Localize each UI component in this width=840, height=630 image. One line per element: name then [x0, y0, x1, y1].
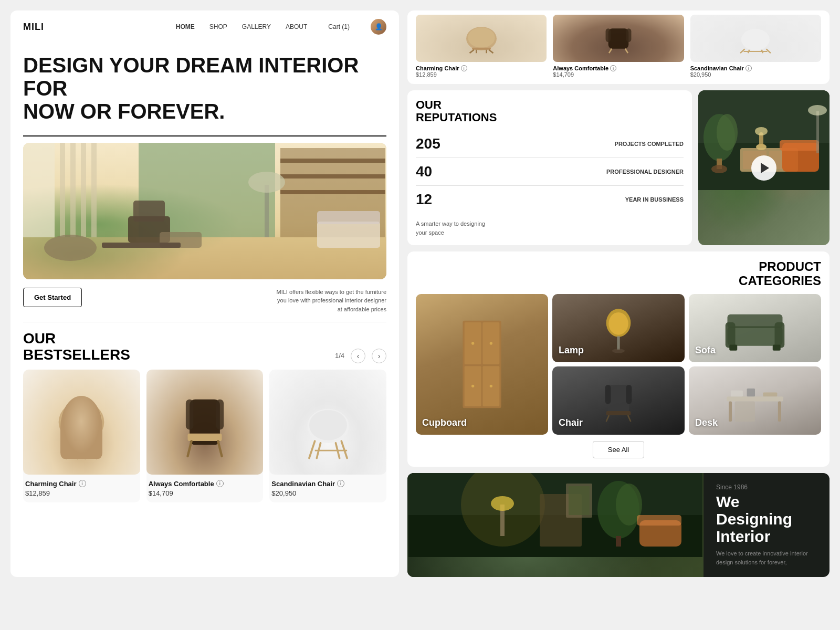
hero-image-inner — [23, 143, 386, 279]
categories-grid: Cupboard Lamp — [416, 294, 821, 435]
bestsellers-nav: 1/4 ‹ › — [335, 349, 386, 363]
svg-point-80 — [490, 342, 492, 344]
category-desk[interactable]: Desk — [689, 366, 821, 435]
product-image-charming — [23, 370, 140, 475]
nav-about[interactable]: ABOUT — [286, 23, 307, 30]
product-card-charming: Charming Chair i $12,859 — [23, 370, 140, 502]
top-info-icon-scandinavian[interactable]: i — [746, 65, 752, 71]
category-lamp-label: Lamp — [559, 345, 584, 356]
stat-designers: 40 PROFESSIONAL DESIGNER — [416, 158, 684, 186]
svg-point-21 — [61, 402, 102, 438]
play-button[interactable] — [751, 155, 776, 181]
top-product-scandinavian: Scandinavian Chair i $20,950 — [690, 15, 821, 78]
svg-point-69 — [755, 127, 768, 135]
svg-point-34 — [309, 410, 347, 440]
top-scandinavian-svg — [732, 19, 779, 58]
svg-point-41 — [468, 27, 495, 48]
category-chair-label: Chair — [559, 417, 583, 428]
product-price-scandinavian: $20,950 — [271, 489, 384, 497]
category-sofa-label: Sofa — [695, 345, 716, 356]
svg-rect-42 — [472, 47, 491, 49]
svg-line-26 — [86, 446, 91, 458]
top-product-img-scandinavian — [690, 15, 821, 62]
product-price-comfortable: $14,709 — [149, 489, 261, 497]
nav-links: HOME SHOP GALLERY ABOUT — [176, 23, 308, 30]
svg-rect-91 — [729, 345, 737, 351]
hero-room-svg — [23, 143, 386, 279]
cupboard-image — [416, 294, 548, 435]
stat-projects-number: 205 — [416, 135, 440, 152]
svg-rect-105 — [763, 393, 777, 397]
svg-line-36 — [341, 441, 347, 458]
top-products-strip: Charming Chair i $12,859 — [407, 10, 830, 84]
svg-rect-104 — [747, 388, 755, 396]
svg-line-43 — [469, 49, 474, 52]
svg-rect-15 — [102, 243, 181, 248]
nav-shop[interactable]: SHOP — [209, 23, 227, 30]
product-info-charming: Charming Chair i $12,859 — [23, 475, 140, 502]
top-product-price-scandinavian: $20,950 — [690, 71, 821, 78]
svg-rect-85 — [617, 336, 620, 350]
info-icon-scandinavian[interactable]: i — [337, 480, 344, 487]
product-name-charming: Charming Chair i — [25, 480, 138, 488]
stat-designers-number: 40 — [416, 163, 432, 180]
page-wrapper: MILI HOME SHOP GALLERY ABOUT Cart (1) 👤 … — [10, 10, 830, 577]
svg-rect-9 — [280, 174, 385, 178]
svg-rect-30 — [188, 433, 222, 440]
svg-point-11 — [44, 235, 97, 261]
svg-line-24 — [91, 446, 97, 458]
categories-title: PRODUCT CATEGORIES — [739, 260, 821, 288]
arrow-left-icon: ‹ — [357, 352, 360, 360]
product-image-comfortable — [146, 370, 264, 475]
cart-button[interactable]: Cart (1) — [328, 23, 350, 30]
get-started-button[interactable]: Get Started — [23, 288, 82, 307]
svg-rect-114 — [616, 536, 621, 547]
top-charming-svg — [458, 19, 505, 58]
svg-point-82 — [490, 385, 492, 387]
svg-rect-18 — [317, 222, 380, 248]
svg-point-63 — [711, 165, 727, 173]
nav-gallery[interactable]: GALLERY — [242, 23, 271, 30]
svg-rect-13 — [133, 201, 165, 222]
product-name-scandinavian: Scandinavian Chair i — [271, 480, 384, 488]
info-icon-comfortable[interactable]: i — [216, 480, 224, 487]
category-lamp[interactable]: Lamp — [552, 294, 685, 362]
reputations-tagline: A smarter way to designing your space — [416, 219, 684, 237]
svg-rect-10 — [280, 190, 385, 194]
see-all-button[interactable]: See All — [593, 441, 644, 458]
hero-text: DESIGN YOUR DREAM INTERIOR FOR NOW OR FO… — [10, 43, 399, 129]
cupboard-svg — [456, 307, 508, 422]
since-text: Since 1986 — [716, 484, 817, 491]
svg-point-86 — [612, 349, 625, 353]
top-product-name-comfortable: Always Comfortable i — [553, 65, 684, 71]
top-info-icon-comfortable[interactable]: i — [610, 65, 616, 71]
reputations-title: OUR REPUTATIONS — [416, 99, 684, 124]
we-designing-title: We Designing Interior — [716, 493, 817, 545]
svg-line-98 — [628, 415, 631, 422]
stat-years-label: YEAR IN BUSSINESS — [625, 196, 684, 203]
video-thumbnail — [698, 90, 830, 245]
next-arrow[interactable]: › — [372, 349, 386, 363]
hero-divider — [23, 135, 386, 136]
category-sofa[interactable]: Sofa — [689, 294, 821, 362]
category-cupboard[interactable]: Cupboard — [416, 294, 548, 435]
svg-line-44 — [489, 49, 493, 52]
stat-projects: 205 PROJECTS COMPLETED — [416, 130, 684, 158]
category-chair[interactable]: Chair — [552, 366, 685, 435]
desk-svg — [721, 374, 789, 427]
nav-home[interactable]: HOME — [176, 23, 195, 30]
info-icon-charming[interactable]: i — [79, 480, 86, 487]
svg-point-84 — [608, 312, 628, 335]
prev-arrow[interactable]: ‹ — [351, 349, 365, 363]
svg-line-97 — [606, 415, 609, 422]
svg-line-51 — [625, 48, 628, 52]
top-product-img-charming — [416, 15, 547, 62]
stat-years: 12 YEAR IN BUSSINESS — [416, 186, 684, 213]
bottom-room-svg — [407, 473, 704, 557]
svg-point-81 — [471, 385, 474, 387]
svg-rect-71 — [780, 140, 819, 151]
user-avatar[interactable]: 👤 — [371, 19, 386, 35]
top-info-icon-charming[interactable]: i — [461, 65, 467, 71]
bestsellers-title: OUR BESTSELLERS — [23, 331, 130, 363]
svg-rect-5 — [91, 143, 97, 237]
